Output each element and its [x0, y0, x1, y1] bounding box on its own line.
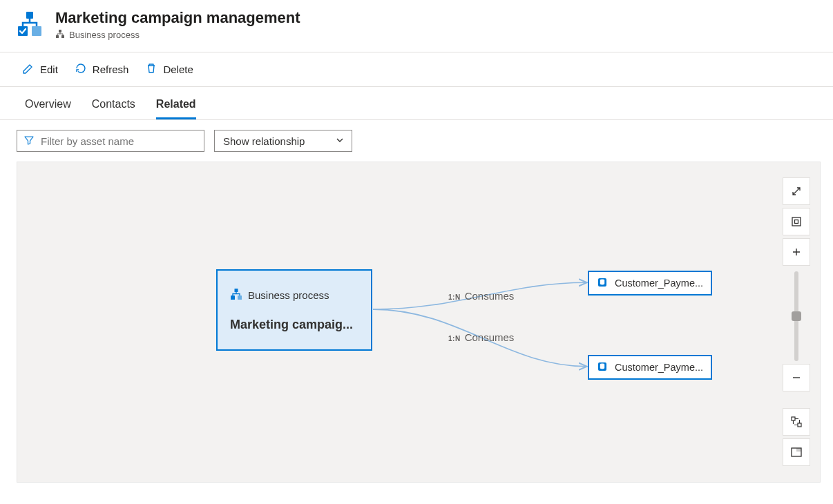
page-subtitle: Business process — [55, 29, 300, 41]
process-icon — [55, 29, 65, 41]
node-main[interactable]: Business process Marketing campaig... — [216, 269, 372, 351]
svg-rect-5 — [61, 35, 64, 38]
layout-button[interactable] — [783, 408, 810, 436]
svg-rect-18 — [796, 448, 801, 452]
delete-icon — [145, 62, 157, 77]
svg-rect-4 — [56, 35, 59, 38]
business-process-small-icon — [230, 288, 242, 302]
refresh-button[interactable]: Refresh — [73, 59, 131, 79]
database-icon — [597, 361, 608, 374]
minimap-button[interactable] — [783, 438, 810, 466]
filter-icon — [24, 135, 34, 147]
svg-rect-8 — [238, 295, 242, 300]
database-icon — [597, 277, 608, 290]
zoom-out-button[interactable] — [783, 364, 810, 391]
filter-bar: Show relationship — [0, 120, 833, 162]
edit-icon — [22, 62, 35, 77]
node-child-1[interactable]: Customer_Payme... — [588, 271, 712, 295]
command-bar: Edit Refresh Delete — [0, 52, 833, 87]
svg-rect-7 — [231, 295, 235, 300]
tab-overview[interactable]: Overview — [25, 98, 71, 119]
svg-rect-15 — [792, 417, 795, 420]
svg-rect-3 — [59, 30, 61, 32]
svg-rect-2 — [32, 26, 41, 36]
page-title: Marketing campaign management — [55, 10, 300, 26]
svg-rect-6 — [235, 289, 238, 292]
tab-related[interactable]: Related — [156, 98, 196, 119]
canvas-tools — [783, 177, 810, 469]
zoom-in-button[interactable] — [783, 238, 810, 266]
edit-button[interactable]: Edit — [21, 59, 59, 79]
svg-rect-16 — [798, 423, 801, 427]
chevron-down-icon — [335, 135, 345, 147]
relationship-canvas[interactable]: 1:NConsumes 1:NConsumes Business process… — [17, 162, 821, 483]
zoom-slider-thumb[interactable] — [792, 311, 801, 321]
node-child-2[interactable]: Customer_Payme... — [588, 355, 712, 380]
svg-rect-0 — [26, 12, 33, 19]
filter-input-wrapper[interactable] — [17, 130, 204, 152]
relationship-select[interactable]: Show relationship — [214, 130, 352, 152]
filter-input[interactable] — [39, 135, 197, 148]
refresh-icon — [75, 62, 87, 77]
node-type: Business process — [230, 288, 358, 302]
edge-label-2: 1:NConsumes — [448, 331, 514, 343]
tab-contacts[interactable]: Contacts — [92, 98, 135, 119]
delete-button[interactable]: Delete — [144, 59, 194, 79]
tabs: Overview Contacts Related — [0, 87, 833, 120]
svg-rect-14 — [795, 220, 798, 224]
zoom-slider-track[interactable] — [794, 271, 798, 361]
node-title: Marketing campaig... — [230, 318, 358, 332]
edge-label-1: 1:NConsumes — [448, 290, 514, 302]
expand-button[interactable] — [783, 177, 810, 205]
svg-rect-13 — [792, 217, 801, 226]
fit-button[interactable] — [783, 208, 810, 235]
business-process-icon — [15, 10, 44, 39]
page-header: Marketing campaign management Business p… — [0, 0, 833, 52]
